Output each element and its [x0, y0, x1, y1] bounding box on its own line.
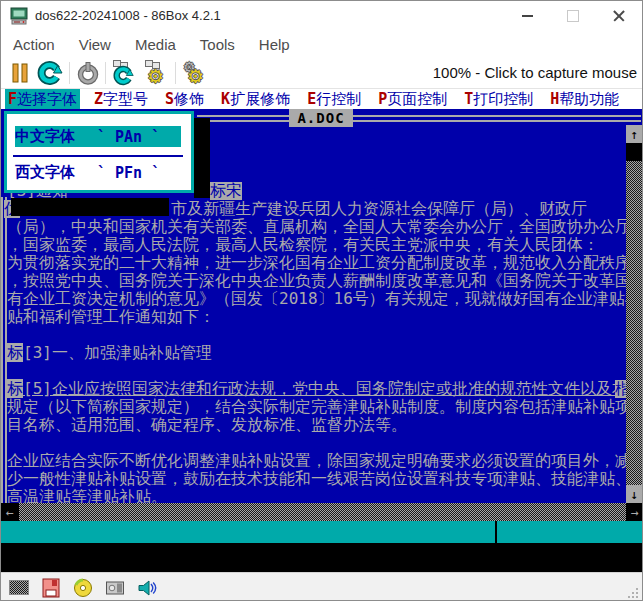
menu-hotkey: Z	[94, 90, 103, 108]
vertical-scroll-thumb[interactable]	[626, 143, 643, 161]
menu-item-help[interactable]: Help	[259, 36, 290, 53]
cassette-icon[interactable]	[9, 580, 29, 595]
document-title-rule	[197, 115, 641, 122]
horizontal-scrollbar[interactable]: ← →	[1, 503, 643, 521]
document-line: 有企业工资决定机制的意见》（国发〔2018〕16号）有关规定，现就做好国有企业津…	[7, 290, 642, 308]
document-line: 为贯彻落实党的二十大精神，进一步深化国有企业工资分配制度改革，规范收入分配秩序	[7, 254, 642, 272]
scroll-down-arrow[interactable]: ↓	[626, 485, 643, 503]
document-text: 贴和福利管理工作通知如下：	[7, 307, 215, 326]
menu-hotkey: H	[550, 90, 559, 108]
dropdown-item-label: 中文字体	[15, 127, 75, 146]
font-dropdown-menu: 中文字体` PAn `西文字体` PFn `	[4, 111, 194, 193]
document-text: ，按照党中央、国务院关于深化中央企业负责人薪酬制度改革意见和《国务院关于改革国	[7, 271, 631, 290]
horizontal-scroll-track[interactable]	[19, 503, 626, 521]
title-bar[interactable]: dos622-20241008 - 86Box 4.2.1	[1, 1, 642, 31]
menu-hotkey: F	[8, 90, 17, 108]
menu-label: 选择字体	[17, 90, 77, 108]
document-line: 企业应结合实际不断优化调整津贴补贴设置，除国家规定明确要求必须设置的项目外，减	[7, 452, 642, 470]
menu-item-view[interactable]: View	[79, 36, 111, 53]
resize-grip[interactable]	[628, 588, 639, 599]
status-divider	[495, 521, 497, 543]
reset-arrow-icon	[113, 65, 134, 86]
menu-label: 帮助功能	[559, 90, 619, 108]
toolbar-separator	[69, 62, 70, 84]
document-text: 规定（以下简称国家规定），结合实际制定完善津贴补贴制度。制度内容包括津贴补贴项	[7, 397, 631, 416]
ctrl-alt-esc-button[interactable]: ⚙	[143, 60, 169, 86]
acpi-shutdown-button[interactable]	[75, 60, 101, 86]
maximize-button[interactable]	[550, 1, 596, 31]
menu-item-media[interactable]: Media	[135, 36, 176, 53]
editor-status-bar: MS-DOS Editor <F1=Help> Press ALT to act…	[1, 521, 642, 543]
format-control-code: 标	[7, 343, 23, 362]
menu-label: 行控制	[316, 90, 361, 108]
menu-label: 扩展修饰	[230, 90, 290, 108]
floppy-icon[interactable]	[41, 578, 61, 598]
window-title: dos622-20241008 - 86Box 4.2.1	[35, 8, 221, 23]
gear-icon: ⚙	[147, 67, 164, 86]
document-line: 标[3]一、加强津贴补贴管理	[7, 344, 642, 362]
emulator-menu-bar: ActionViewMediaToolsHelp	[1, 31, 642, 57]
document-line	[7, 434, 642, 452]
dos-screen[interactable]: F选择字体Z字型号S修饰K扩展修饰E行控制P页面控制T打印控制H帮助功能 A.D…	[1, 89, 642, 572]
dos-menu-item[interactable]: T打印控制	[461, 89, 536, 109]
86box-window: dos622-20241008 - 86Box 4.2.1 ActionView…	[0, 0, 643, 601]
document-text: 为贯彻落实党的二十大精神，进一步深化国有企业工资分配制度改革，规范收入分配秩序	[7, 253, 631, 272]
ctrl-alt-del-button[interactable]	[111, 60, 137, 86]
document-text: 少一般性津贴补贴设置，鼓励在技术技能和一线艰苦岗位设置科技专项津贴、技能津贴、	[7, 469, 631, 488]
scroll-up-arrow[interactable]: ↑	[626, 125, 643, 143]
document-text: 市及新疆生产建设兵团人力资源社会保障厅（局）、财政厅	[171, 200, 587, 218]
sound-icon[interactable]	[137, 578, 157, 598]
dropdown-item[interactable]: 西文字体` PFn `	[15, 162, 181, 183]
toolbar-separator	[105, 62, 106, 84]
menu-hotkey: T	[464, 90, 473, 108]
dropdown-item[interactable]: 中文字体` PAn `	[15, 126, 181, 147]
scroll-left-arrow[interactable]: ←	[1, 503, 19, 521]
dos-menu-item[interactable]: S修饰	[162, 89, 207, 109]
dos-menu-item[interactable]: E行控制	[304, 89, 364, 109]
document-line: 规定（以下简称国家规定），结合实际制定完善津贴补贴制度。制度内容包括津贴补贴项	[7, 398, 642, 416]
document-line: 少一般性津贴补贴设置，鼓励在技术技能和一线艰苦岗位设置科技专项津贴、技能津贴、	[7, 470, 642, 488]
dropdown-shadow	[194, 118, 210, 198]
pause-button[interactable]	[7, 60, 33, 86]
hard-disk-icon[interactable]	[105, 578, 125, 598]
document-text: [5]企业应按照国家法律和行政法规，党中央、国务院制定或批准的规范性文件以及本	[23, 379, 628, 398]
dos-menu-item[interactable]: K扩展修饰	[218, 89, 293, 109]
dos-menu-item[interactable]: P页面控制	[375, 89, 450, 109]
document-line: （局），中央和国家机关有关部委、直属机构，全国人大常委会办公厅，全国政协办公厅	[7, 218, 642, 236]
close-button[interactable]	[596, 1, 642, 31]
dropdown-item-shortcut: ` PFn `	[97, 164, 160, 182]
gear-icon: ⚙	[187, 67, 204, 86]
settings-button[interactable]: ⚙ ⚙	[181, 60, 207, 86]
menu-item-tools[interactable]: Tools	[200, 36, 235, 53]
document-line: 标[5]企业应按照国家法律和行政法规，党中央、国务院制定或批准的规范性文件以及本…	[7, 380, 642, 398]
document-text: 企业应结合实际不断优化调整津贴补贴设置，除国家规定明确要求必须设置的项目外，减	[7, 451, 631, 470]
document-line	[7, 362, 642, 380]
dropdown-item-label: 西文字体	[15, 163, 75, 182]
dos-menu-item[interactable]: F选择字体	[5, 89, 80, 109]
document-line: ，国家监委，最高人民法院，最高人民检察院，有关民主党派中央，有关人民团体：	[7, 236, 642, 254]
minimize-button[interactable]	[504, 1, 550, 31]
dos-menu-item[interactable]: H帮助功能	[547, 89, 622, 109]
dos-menu-item[interactable]: Z字型号	[91, 89, 151, 109]
menu-label: 字型号	[103, 90, 148, 108]
format-control-code: 标宋	[210, 182, 242, 200]
menu-hotkey: E	[307, 90, 316, 108]
emulator-toolbar: ⚙ ⚙ ⚙ 100% - Click to capture mouse	[1, 57, 642, 89]
menu-hotkey: S	[165, 90, 174, 108]
typeset-control-bar: 排版控制ÀB，.	[1, 543, 642, 572]
scroll-right-arrow[interactable]: →	[626, 503, 643, 521]
dos-menu-bar: F选择字体Z字型号S修饰K扩展修饰E行控制P页面控制T打印控制H帮助功能	[1, 89, 642, 109]
document-tab: A.DOC	[289, 109, 353, 127]
minimize-icon	[522, 15, 533, 17]
vertical-scroll-track[interactable]	[626, 161, 643, 485]
menu-label: 打印控制	[473, 90, 533, 108]
document-text: 有企业工资决定机制的意见》（国发〔2018〕16号）有关规定，现就做好国有企业津…	[7, 289, 641, 308]
menu-hotkey: K	[221, 90, 230, 108]
hard-reset-button[interactable]	[37, 60, 63, 86]
vertical-scrollbar[interactable]: ↑ ↓	[626, 125, 643, 503]
cdrom-icon[interactable]	[73, 578, 93, 598]
document-line: 贴和福利管理工作通知如下：	[7, 308, 642, 326]
document-line: ，按照党中央、国务院关于深化中央企业负责人薪酬制度改革意见和《国务院关于改革国	[7, 272, 642, 290]
menu-item-action[interactable]: Action	[13, 36, 55, 53]
capture-mouse-status: 100% - Click to capture mouse	[433, 64, 637, 81]
